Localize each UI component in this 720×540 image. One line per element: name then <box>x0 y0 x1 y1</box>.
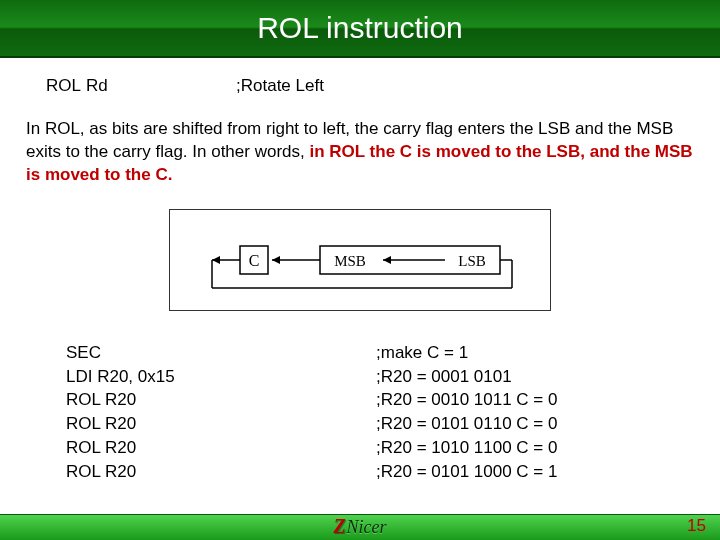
title-bar: ROL instruction <box>0 0 720 58</box>
code-comment: ;R20 = 0101 1000 C = 1 <box>376 460 694 484</box>
code-comment: ;R20 = 0001 0101 <box>376 365 694 389</box>
code-line: ROL R20 <box>66 412 376 436</box>
code-example: SEC LDI R20, 0x15 ROL R20 ROL R20 ROL R2… <box>26 341 694 484</box>
msb-label: MSB <box>334 253 366 269</box>
logo-nicer: Nicer <box>347 517 387 538</box>
svg-marker-3 <box>272 256 280 264</box>
lsb-label: LSB <box>458 253 486 269</box>
code-comment: ;make C = 1 <box>376 341 694 365</box>
code-instructions: SEC LDI R20, 0x15 ROL R20 ROL R20 ROL R2… <box>66 341 376 484</box>
code-comment: ;R20 = 0101 0110 C = 0 <box>376 412 694 436</box>
code-comment: ;R20 = 1010 1100 C = 0 <box>376 436 694 460</box>
mnemonic: ROL <box>26 76 86 96</box>
code-line: ROL R20 <box>66 460 376 484</box>
logo-z: Z <box>333 515 345 538</box>
logo: ZNicer <box>333 515 386 538</box>
slide-title: ROL instruction <box>257 11 463 45</box>
code-comment: ;R20 = 0010 1011 C = 0 <box>376 388 694 412</box>
code-line: ROL R20 <box>66 388 376 412</box>
code-line: ROL R20 <box>66 436 376 460</box>
diagram-svg: C MSB LSB <box>200 228 520 298</box>
c-label: C <box>249 252 260 269</box>
operand: Rd <box>86 76 236 96</box>
diagram-container: C MSB LSB <box>26 209 694 311</box>
svg-marker-7 <box>212 256 220 264</box>
description: In ROL, as bits are shifted from right t… <box>26 118 694 187</box>
rol-diagram: C MSB LSB <box>169 209 551 311</box>
code-comments: ;make C = 1 ;R20 = 0001 0101 ;R20 = 0010… <box>376 341 694 484</box>
instruction-signature: ROL Rd ;Rotate Left <box>26 76 694 96</box>
page-number: 15 <box>687 516 706 536</box>
code-line: LDI R20, 0x15 <box>66 365 376 389</box>
slide-content: ROL Rd ;Rotate Left In ROL, as bits are … <box>0 58 720 484</box>
inline-comment: ;Rotate Left <box>236 76 694 96</box>
code-line: SEC <box>66 341 376 365</box>
